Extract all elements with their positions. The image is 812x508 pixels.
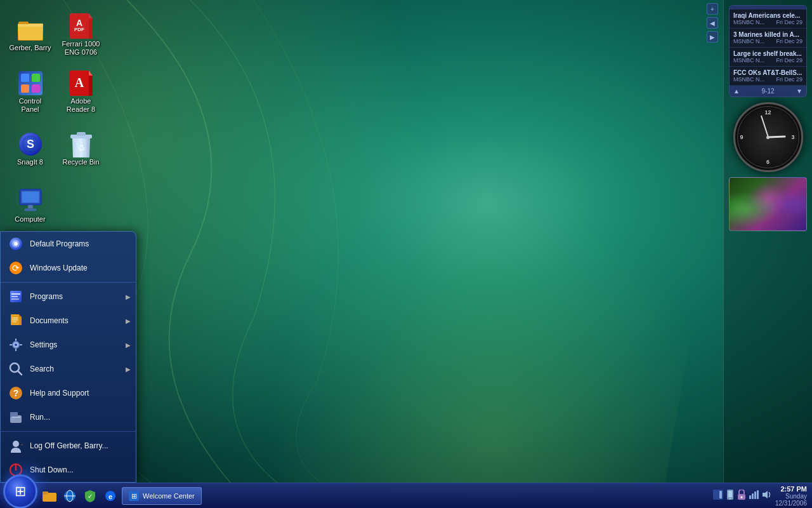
- clock-face: 12 3 6 9: [733, 102, 803, 172]
- start-menu-item-documents[interactable]: Documents ▶: [1, 309, 136, 333]
- search-icon: [8, 361, 23, 377]
- settings-arrow: ▶: [126, 342, 131, 349]
- svg-point-83: [740, 497, 742, 498]
- icon-label-computer: Computer: [15, 215, 45, 224]
- svg-rect-48: [12, 321, 16, 323]
- start-button[interactable]: [3, 474, 37, 509]
- svg-rect-15: [32, 84, 40, 93]
- svg-rect-86: [754, 491, 756, 499]
- snagit-icon: S: [18, 131, 43, 157]
- photo-gadget[interactable]: [729, 177, 807, 231]
- tray-volume-icon[interactable]: [761, 490, 771, 501]
- svg-point-50: [15, 344, 17, 346]
- svg-line-56: [18, 371, 22, 375]
- svg-rect-13: [32, 74, 40, 82]
- start-menu-item-search[interactable]: Search ▶: [1, 357, 136, 381]
- news-item-2[interactable]: 3 Marines killed in A... MSNBC N... Fri …: [730, 29, 806, 48]
- desktop-icon-control-panel[interactable]: ControlPanel: [6, 64, 54, 121]
- svg-point-81: [730, 498, 731, 499]
- svg-marker-17: [89, 70, 93, 76]
- svg-text:e: e: [108, 493, 112, 500]
- icon-label-adobe-reader: AdobeReader 8: [67, 97, 95, 114]
- settings-label: Settings: [30, 340, 57, 349]
- desktop: Gerber, Barry PDF A Ferrari 1000ENG 0706: [0, 0, 812, 508]
- svg-rect-80: [728, 491, 732, 497]
- start-menu: Default Programs ⟳ Windows Update: [0, 231, 136, 483]
- documents-label: Documents: [30, 316, 69, 325]
- svg-text:⟳: ⟳: [12, 263, 20, 273]
- start-menu-divider-2: [1, 431, 136, 432]
- quick-launch-ie[interactable]: e: [102, 487, 119, 505]
- folder-icon: [18, 17, 43, 43]
- desktop-icon-adobe-reader[interactable]: A AdobeReader 8: [57, 64, 105, 121]
- taskbar-app-welcome-center[interactable]: ⊞ Welcome Center: [122, 487, 202, 505]
- desktop-icon-ferrari[interactable]: PDF A Ferrari 1000ENG 0706: [57, 6, 105, 64]
- quick-launch-internet[interactable]: [61, 487, 79, 505]
- start-menu-item-run[interactable]: Run...: [1, 405, 136, 429]
- svg-text:S: S: [26, 138, 34, 150]
- logoff-label: Log Off Gerber, Barry...: [30, 441, 108, 450]
- svg-text:→: →: [20, 441, 23, 448]
- run-icon: [8, 410, 23, 425]
- svg-text:✓: ✓: [88, 493, 93, 500]
- svg-rect-87: [757, 490, 759, 499]
- svg-rect-31: [22, 192, 39, 203]
- tray-sidebar-icon[interactable]: [713, 490, 723, 502]
- photo-content: [730, 178, 806, 231]
- tray-device-icon[interactable]: [726, 490, 735, 502]
- taskbar-clock[interactable]: 2:57 PM Sunday12/31/2006: [775, 485, 807, 507]
- svg-rect-53: [10, 344, 12, 345]
- gadget-next-button[interactable]: ▶: [707, 31, 718, 43]
- svg-rect-32: [28, 205, 33, 209]
- desktop-icon-computer[interactable]: Computer: [6, 178, 54, 235]
- help-icon: ?: [8, 385, 23, 401]
- svg-point-63: [13, 441, 19, 447]
- svg-rect-42: [11, 298, 19, 300]
- svg-rect-62: [11, 419, 18, 420]
- start-menu-item-help[interactable]: ? Help and Support: [1, 381, 136, 405]
- svg-marker-7: [89, 13, 93, 18]
- svg-rect-61: [11, 417, 20, 418]
- desktop-icon-recycle-bin[interactable]: ♻ Recycle Bin: [57, 121, 105, 178]
- quick-launch-shield[interactable]: ✓: [81, 487, 99, 505]
- start-menu-item-programs[interactable]: Programs ▶: [1, 284, 136, 309]
- news-navigation: ▲ 9-12 ▼: [730, 86, 806, 97]
- clock-gadget: 12 3 6 9: [729, 102, 807, 172]
- svg-rect-24: [77, 132, 86, 136]
- svg-rect-54: [20, 344, 22, 345]
- news-gadget: Iraqi Americans cele... MSNBC N... Fri D…: [729, 5, 807, 97]
- svg-rect-68: [43, 491, 48, 495]
- news-source-1: MSNBC N... Fri Dec 29: [733, 19, 802, 25]
- documents-icon: [8, 313, 23, 328]
- gadget-prev-button[interactable]: ◀: [707, 17, 718, 29]
- news-item-1[interactable]: Iraqi Americans cele... MSNBC N... Fri D…: [730, 10, 806, 29]
- svg-rect-85: [752, 493, 754, 499]
- news-item-3[interactable]: Large ice shelf break... MSNBC N... Fri …: [730, 48, 806, 67]
- documents-arrow: ▶: [126, 318, 131, 324]
- news-item-4[interactable]: FCC OKs AT&T-BellS... MSNBC N... Fri Dec…: [730, 67, 806, 86]
- gadget-add-button[interactable]: +: [707, 3, 718, 15]
- desktop-icon-snagit[interactable]: S SnagIt 8: [6, 121, 54, 178]
- news-nav-prev[interactable]: ▲: [733, 88, 740, 95]
- svg-text:⊞: ⊞: [131, 492, 137, 500]
- run-label: Run...: [30, 413, 50, 422]
- tray-network-icon[interactable]: [749, 490, 759, 501]
- svg-rect-45: [19, 317, 22, 325]
- programs-label: Programs: [30, 292, 63, 301]
- news-nav-next[interactable]: ▼: [796, 88, 802, 95]
- desktop-icon-gerber-barry[interactable]: Gerber, Barry: [6, 6, 54, 64]
- icon-label-recycle-bin: Recycle Bin: [62, 158, 99, 166]
- start-menu-item-logoff[interactable]: → Log Off Gerber, Barry...: [1, 434, 136, 458]
- quick-launch-folders[interactable]: [41, 487, 58, 505]
- start-menu-item-default-programs[interactable]: Default Programs: [1, 232, 136, 256]
- settings-icon: [8, 337, 23, 352]
- logoff-icon: →: [8, 438, 23, 453]
- start-menu-item-settings[interactable]: Settings ▶: [1, 333, 136, 357]
- svg-rect-46: [12, 318, 18, 319]
- svg-rect-47: [12, 319, 18, 321]
- taskbar-clock-date: Sunday12/31/2006: [775, 493, 807, 507]
- start-menu-divider-1: [1, 282, 136, 283]
- svg-rect-12: [21, 74, 29, 82]
- start-menu-item-windows-update[interactable]: ⟳ Windows Update: [1, 256, 136, 280]
- tray-lock-icon[interactable]: [737, 490, 746, 502]
